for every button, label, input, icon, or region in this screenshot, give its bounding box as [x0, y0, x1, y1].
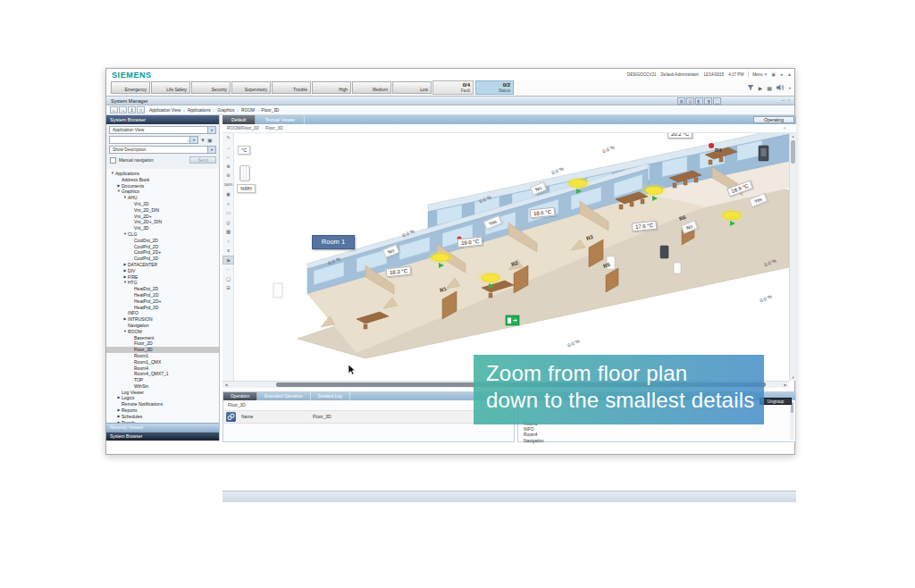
operation-tab-operation[interactable]: Operation [223, 392, 257, 400]
forward-icon[interactable]: → [119, 106, 127, 113]
tree-node-reports[interactable]: ▶Reports [106, 407, 219, 414]
pan-icon[interactable]: ▭ [222, 208, 234, 218]
operation-tab-extended-operation[interactable]: Extended Operation [257, 392, 311, 400]
tree-node-wthstn[interactable]: WthStn [106, 383, 219, 390]
zoom-in-icon[interactable]: ⊕ [222, 162, 234, 172]
scroll-down-icon[interactable]: ▼ [790, 374, 796, 381]
zoom-out-icon[interactable]: ⊖ [222, 171, 234, 181]
edit-icon[interactable]: ✎ [222, 133, 234, 143]
vertical-scroll-thumb[interactable] [791, 140, 795, 164]
tree-node-coolprd-3d[interactable]: CoolPrd_3D [106, 256, 219, 262]
play-icon[interactable]: ▶ [759, 85, 763, 91]
alarm-button-trouble[interactable]: Trouble [272, 81, 311, 94]
tree-node-coolprd-2d[interactable]: CoolPrd_2D+ [106, 249, 219, 256]
filter-icon[interactable]: ▼ [200, 138, 206, 143]
tree-node-datacenter[interactable]: ▶DATACENTER [106, 262, 219, 268]
alarm-button-low[interactable]: Low [392, 81, 432, 94]
scroll-right-icon[interactable]: ▶ [782, 382, 789, 388]
tree-node-intrusion[interactable]: ▶INTRUSION [106, 316, 219, 323]
tree-node-coolprd-2d[interactable]: CoolPrd_2D [106, 244, 219, 250]
target-icon[interactable]: ◉ [222, 189, 234, 199]
viewer-tab-default[interactable]: Default [222, 115, 256, 124]
tree-node-vnt-2d-din[interactable]: Vnt_2D_DIN [106, 207, 219, 214]
tree-node-basement[interactable]: Basement [106, 335, 219, 341]
save-icon[interactable]: ▣ [207, 138, 213, 143]
doc-extra-icon[interactable]: ✧ [783, 124, 786, 133]
tree-node-documents[interactable]: ▶Documents [106, 183, 219, 189]
related-item-navigation[interactable]: Navigation [524, 439, 795, 444]
property-value[interactable]: Floor_3D [313, 414, 332, 419]
tree-node-schedules[interactable]: ▶Schedules [106, 414, 219, 420]
tree-node-div[interactable]: ▶DIV [106, 268, 219, 274]
menu-button[interactable]: Menu▾ [748, 71, 767, 77]
arrow-left-icon[interactable]: ← [222, 152, 234, 162]
filter-icon[interactable] [747, 84, 754, 91]
tree-node-fire[interactable]: ▶FIRE [106, 274, 219, 281]
system-browser-tab[interactable]: System Browser [106, 432, 219, 441]
page-icon[interactable]: ▢ [222, 274, 234, 284]
restore-icon[interactable]: ▫ [788, 97, 790, 103]
tree-node-top[interactable]: TOP [106, 377, 219, 383]
alarm-button-life-safety[interactable]: Life Safety [151, 81, 190, 94]
tree-node-heatdst-2d[interactable]: HeatDst_2D [106, 286, 219, 292]
operation-tab-detailed-log[interactable]: Detailed Log [311, 392, 350, 400]
related-scrollbar[interactable] [790, 401, 794, 440]
tree-node-navigation[interactable]: Navigation [106, 323, 219, 329]
recently-viewed-tab[interactable]: Recently Viewed [106, 423, 219, 432]
temperature-unit-chip[interactable]: °C [238, 146, 250, 155]
tree-node-vnt-2d[interactable]: Vnt_2D+ [106, 214, 219, 220]
alarm-button-supervisory[interactable]: Supervisory [231, 81, 271, 94]
room-navigation-button[interactable]: Room 1 [312, 235, 355, 249]
tree-node-heatprd-3d[interactable]: HeatPrd_3D [106, 305, 219, 311]
send-button[interactable]: Send [189, 156, 216, 164]
tree-node-floor-2d[interactable]: Floor_2D [106, 340, 219, 347]
flag-icon[interactable]: ⚑ [222, 256, 234, 265]
tree-node-vnt-2d[interactable]: Vnt_2D [106, 201, 219, 207]
close-icon[interactable]: ✕ [222, 237, 234, 247]
layout-preset-button-[interactable]: ◧ [695, 97, 703, 105]
scroll-up-icon[interactable]: ▲ [790, 133, 796, 139]
up-icon[interactable]: ↥ [128, 106, 136, 113]
tree-node-floor-3d[interactable]: Floor_3D [106, 347, 219, 353]
tree-node-cooldst-2d[interactable]: CoolDst_2D [106, 238, 219, 244]
tree-node-htg[interactable]: ▼HTG [106, 280, 219, 286]
tree-node-heatprd-2d[interactable]: HeatPrd_2D [106, 292, 219, 298]
zoom-level[interactable]: 100% [222, 181, 234, 190]
breadcrumb-item-graphics[interactable]: Graphics [214, 108, 235, 113]
collapse-icon[interactable]: ▲ [787, 71, 792, 77]
current-user[interactable]: Default Administrator [661, 72, 700, 77]
tree-node-address-book[interactable]: Address Book [106, 177, 219, 183]
humidity-unit-chip[interactable]: %RH [237, 184, 256, 193]
radiator-icon[interactable] [239, 165, 250, 181]
search-input[interactable]: ⌕ ▾ [109, 136, 198, 144]
tree-node-heatprd-2d[interactable]: HeatPrd_2D+ [106, 298, 219, 305]
layout-preset-button-[interactable]: ▦ [677, 97, 685, 105]
tree-node-vnt-2d-din[interactable]: Vnt_2D+_DIN [106, 219, 219, 225]
viewer-tab-textual-viewer[interactable]: Textual Viewer [256, 115, 305, 124]
tree-node-clg[interactable]: ▼CLG [106, 231, 219, 238]
list-icon[interactable]: ≡ [222, 246, 234, 256]
scroll-left-icon[interactable]: ◀ [222, 382, 230, 388]
tree-node-ahu[interactable]: ▼AHU [106, 195, 219, 201]
graphics-vertical-scrollbar[interactable]: ▲ ▼ [789, 133, 796, 381]
print-icon[interactable]: ⊟ [222, 283, 234, 293]
minimize-icon[interactable]: ‒ [782, 97, 785, 103]
manual-navigation-checkbox[interactable] [110, 157, 116, 164]
tree-node-logics[interactable]: ▶Logics [106, 395, 219, 401]
fault-summary[interactable]: 0/4 Fault [432, 80, 474, 95]
favorite-icon[interactable]: ☆ [137, 106, 145, 113]
ungroup-button[interactable]: Ungroup [760, 398, 792, 405]
graphics-canvas[interactable]: Room 118.3 °C19.0 °C18.6 °C17.6 °C18.9 °… [222, 133, 789, 381]
zoom-region-icon[interactable]: ◎ [222, 218, 234, 228]
description-select[interactable]: Show Description ▾ [109, 146, 216, 154]
layers-icon[interactable]: ▦ [222, 227, 234, 237]
tree-node-info[interactable]: INFO [106, 310, 219, 316]
layout-preset-button-[interactable]: ▢ [713, 97, 721, 105]
speaker-icon[interactable] [776, 84, 785, 91]
breadcrumb-item-applications[interactable]: Applications [183, 108, 210, 113]
breadcrumb-item-floor-3d[interactable]: Floor_3D [257, 108, 279, 113]
tree-node-room1-qmx[interactable]: Room1_QMX [106, 359, 219, 365]
tree-node-applications[interactable]: ▼Applications [106, 171, 219, 177]
operating-button[interactable]: Operating [753, 116, 794, 123]
alarm-button-security[interactable]: Security [191, 81, 231, 94]
